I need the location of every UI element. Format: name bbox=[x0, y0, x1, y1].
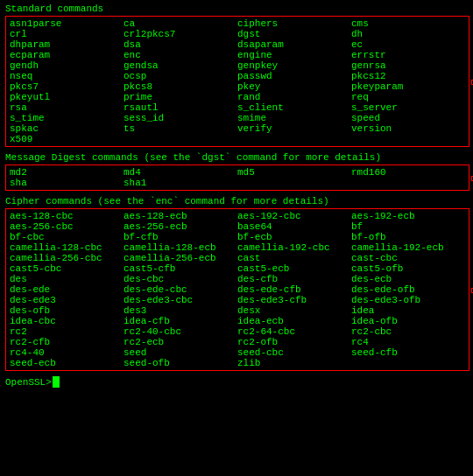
command-item: rc2-40-cbc bbox=[124, 326, 237, 337]
command-item: rmd160 bbox=[351, 167, 465, 178]
standard-commands-grid: asn1parsecacipherscmscrlcrl2pkcs7dgstdhd… bbox=[10, 18, 465, 144]
command-item: gendh bbox=[10, 60, 124, 71]
command-item: seed-ecb bbox=[10, 358, 124, 368]
command-item: idea-ofb bbox=[351, 316, 465, 326]
digest-title: Message Digest commands (see the `dgst` … bbox=[5, 152, 468, 163]
command-item: des-cfb bbox=[237, 274, 351, 284]
terminal: Standard commands asn1parsecacipherscmsc… bbox=[0, 0, 473, 476]
command-item: s_client bbox=[237, 102, 351, 113]
command-item: spkac bbox=[10, 123, 124, 134]
command-item: rsa bbox=[10, 102, 124, 113]
command-item: nseq bbox=[10, 71, 124, 81]
command-item: bf bbox=[351, 221, 465, 232]
command-item: pkcs12 bbox=[351, 71, 465, 81]
command-item: crl bbox=[10, 29, 124, 39]
command-item: rc2-ecb bbox=[124, 337, 237, 347]
command-item: pkeyutl bbox=[10, 92, 124, 102]
command-item: bf-cfb bbox=[124, 232, 237, 242]
command-item: bf-cbc bbox=[10, 232, 124, 242]
prompt-line[interactable]: OpenSSL> bbox=[5, 376, 468, 388]
command-item: s_server bbox=[351, 102, 465, 113]
command-item: cast bbox=[237, 253, 351, 263]
command-item: dsaparam bbox=[237, 39, 351, 50]
command-item: des-ofb bbox=[10, 305, 124, 316]
command-item: gendsa bbox=[124, 60, 237, 71]
command-item: dsa bbox=[124, 39, 237, 50]
command-item: rsautl bbox=[124, 102, 237, 113]
command-item: ecparam bbox=[10, 50, 124, 60]
command-item: dh bbox=[351, 29, 465, 39]
cursor bbox=[53, 376, 60, 388]
command-item: des-ecb bbox=[351, 274, 465, 284]
digest-commands-grid: md2md4md5rmd160shasha1 bbox=[10, 167, 465, 188]
command-item: s_time bbox=[10, 113, 124, 123]
command-item: rand bbox=[237, 92, 351, 102]
command-item: rc2-ofb bbox=[237, 337, 351, 347]
command-item: aes-128-cbc bbox=[10, 211, 124, 221]
command-item: base64 bbox=[237, 221, 351, 232]
command-item: idea-cfb bbox=[124, 316, 237, 326]
command-item: dgst bbox=[237, 29, 351, 39]
command-item: des-cbc bbox=[124, 274, 237, 284]
command-item: camellia-128-ecb bbox=[124, 242, 237, 253]
command-item: pkey bbox=[237, 81, 351, 92]
cipher-title: Cipher commands (see the `enc` command f… bbox=[5, 196, 468, 206]
command-item: des-ede3-cfb bbox=[237, 295, 351, 305]
standard-commands-box: asn1parsecacipherscmscrlcrl2pkcs7dgstdhd… bbox=[5, 16, 469, 147]
command-item: ca bbox=[124, 18, 237, 29]
command-item: idea-ecb bbox=[237, 316, 351, 326]
cipher-commands-box: aes-128-cbcaes-128-ecbaes-192-cbcaes-192… bbox=[5, 208, 469, 371]
command-item bbox=[124, 134, 237, 144]
command-item: rc2-64-cbc bbox=[237, 326, 351, 337]
command-item: aes-256-cbc bbox=[10, 221, 124, 232]
command-item: cast5-cfb bbox=[124, 263, 237, 274]
command-item: camellia-256-ecb bbox=[124, 253, 237, 263]
command-item: sha1 bbox=[124, 178, 237, 188]
command-item: sha bbox=[10, 178, 124, 188]
command-item: des-ede3-cbc bbox=[124, 295, 237, 305]
command-item: aes-192-cbc bbox=[237, 211, 351, 221]
command-item: ec bbox=[351, 39, 465, 50]
command-item: des-ede3 bbox=[10, 295, 124, 305]
command-item: rc2-cbc bbox=[351, 326, 465, 337]
command-item: des bbox=[10, 274, 124, 284]
command-item: camellia-128-cbc bbox=[10, 242, 124, 253]
command-item: pkcs7 bbox=[10, 81, 124, 92]
command-item: des-ede3-ofb bbox=[351, 295, 465, 305]
command-item: cast5-ecb bbox=[237, 263, 351, 274]
command-item: engine bbox=[237, 50, 351, 60]
command-item: idea-cbc bbox=[10, 316, 124, 326]
command-item bbox=[351, 358, 465, 368]
command-item: camellia-192-ecb bbox=[351, 242, 465, 253]
standard-section: Standard commands asn1parsecacipherscmsc… bbox=[5, 4, 468, 149]
command-item: pkeyparam bbox=[351, 81, 465, 92]
command-item: camellia-192-cbc bbox=[237, 242, 351, 253]
command-item: rc4-40 bbox=[10, 347, 124, 358]
command-item: asn1parse bbox=[10, 18, 124, 29]
command-item bbox=[237, 134, 351, 144]
command-item: passwd bbox=[237, 71, 351, 81]
command-item: des-ede-cfb bbox=[237, 284, 351, 295]
command-item: genrsa bbox=[351, 60, 465, 71]
command-item: aes-128-ecb bbox=[124, 211, 237, 221]
command-item: genpkey bbox=[237, 60, 351, 71]
command-item: seed-ofb bbox=[124, 358, 237, 368]
command-item: ocsp bbox=[124, 71, 237, 81]
command-item: rc4 bbox=[351, 337, 465, 347]
command-item: x509 bbox=[10, 134, 124, 144]
digest-commands-box: md2md4md5rmd160shasha1 bbox=[5, 164, 469, 191]
command-item: prime bbox=[124, 92, 237, 102]
command-item: seed bbox=[124, 347, 237, 358]
cipher-commands-grid: aes-128-cbcaes-128-ecbaes-192-cbcaes-192… bbox=[10, 211, 465, 368]
command-item: des-ede bbox=[10, 284, 124, 295]
command-item: pkcs8 bbox=[124, 81, 237, 92]
command-item: camellia-256-cbc bbox=[10, 253, 124, 263]
command-item: aes-256-ecb bbox=[124, 221, 237, 232]
command-item: dhparam bbox=[10, 39, 124, 50]
command-item: idea bbox=[351, 305, 465, 316]
command-item: req bbox=[351, 92, 465, 102]
command-item: verify bbox=[237, 123, 351, 134]
digest-section: Message Digest commands (see the `dgst` … bbox=[5, 152, 468, 192]
command-item: md2 bbox=[10, 167, 124, 178]
command-item: crl2pkcs7 bbox=[124, 29, 237, 39]
